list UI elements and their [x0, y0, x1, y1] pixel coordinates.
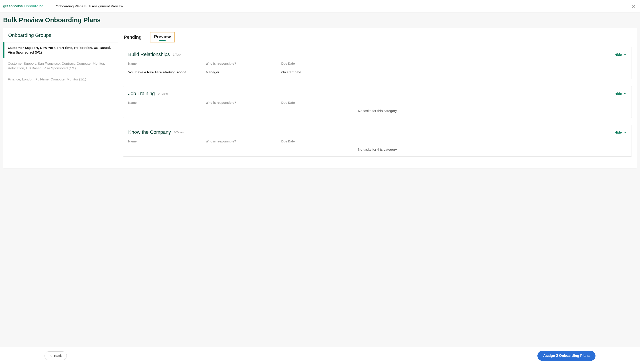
page-context-title: Onboarding Plans Bulk Assignment Preview: [56, 4, 123, 8]
main-panel: Onboarding Groups Customer Support, New …: [3, 28, 637, 168]
close-button[interactable]: [631, 4, 636, 9]
section-hide-toggle[interactable]: Hide: [614, 53, 627, 56]
logo-text-2: Onboarding: [24, 4, 43, 8]
section-title: Build Relationships: [128, 52, 170, 57]
task-name: You have a New Hire starting soon!: [128, 70, 201, 74]
hide-label: Hide: [614, 92, 622, 96]
col-who-header: Who is responsible?: [206, 140, 277, 143]
tab-pending[interactable]: Pending: [123, 33, 142, 42]
chevron-up-icon: [623, 53, 627, 56]
section-header: Know the Company 0 Tasks Hide: [123, 125, 631, 138]
col-who-header: Who is responsible?: [206, 62, 277, 65]
section-hide-toggle[interactable]: Hide: [614, 130, 627, 134]
close-icon: [631, 4, 636, 9]
section-task-count: 0 Tasks: [174, 131, 184, 134]
hide-label: Hide: [614, 53, 622, 56]
empty-message: No tasks for this category: [123, 146, 631, 156]
groups-heading: Onboarding Groups: [8, 32, 113, 38]
tab-preview-label: Preview: [154, 34, 171, 39]
group-item[interactable]: Finance, London, Full-time, Computer Mon…: [3, 74, 118, 85]
section-task-count: 0 Tasks: [158, 92, 168, 95]
section-know-the-company: Know the Company 0 Tasks Hide Name Who i…: [123, 125, 632, 157]
column-headers: Name Who is responsible? Due Date: [123, 138, 631, 146]
column-headers: Name Who is responsible? Due Date: [123, 100, 631, 107]
section-job-training: Job Training 0 Tasks Hide Name Who is re…: [123, 86, 632, 118]
section-header: Job Training 0 Tasks Hide: [123, 86, 631, 100]
task-who: Manager: [206, 70, 277, 74]
task-row: You have a New Hire starting soon! Manag…: [123, 68, 631, 79]
tab-pending-label: Pending: [124, 35, 141, 40]
section-title: Know the Company: [128, 129, 171, 135]
page-body: Bulk Preview Onboarding Plans Onboarding…: [0, 12, 640, 191]
col-name-header: Name: [128, 101, 201, 104]
preview-pane: Pending Preview Build Relationships 1 Ta…: [118, 28, 637, 168]
col-who-header: Who is responsible?: [206, 101, 277, 104]
app-logo: greenhouse Onboarding: [3, 4, 43, 8]
col-due-header: Due Date: [281, 140, 627, 143]
col-name-header: Name: [128, 62, 201, 65]
section-hide-toggle[interactable]: Hide: [614, 92, 627, 96]
groups-heading-wrap: Onboarding Groups: [3, 28, 118, 42]
section-title: Job Training: [128, 91, 155, 96]
chevron-up-icon: [623, 130, 627, 134]
col-due-header: Due Date: [281, 101, 627, 104]
tab-bar: Pending Preview: [123, 32, 632, 42]
section-build-relationships: Build Relationships 1 Task Hide Name Who…: [123, 47, 632, 79]
col-due-header: Due Date: [281, 62, 627, 65]
tab-active-underline: [159, 40, 166, 41]
group-list: Customer Support, New York, Part-time, R…: [3, 42, 118, 85]
group-item[interactable]: Customer Support, San Francisco, Contrac…: [3, 58, 118, 74]
groups-sidebar: Onboarding Groups Customer Support, New …: [3, 28, 118, 168]
chevron-up-icon: [623, 92, 627, 95]
section-task-count: 1 Task: [173, 53, 181, 56]
tab-preview[interactable]: Preview: [150, 32, 175, 42]
task-due: On start date: [281, 70, 627, 74]
group-item[interactable]: Customer Support, New York, Part-time, R…: [3, 42, 118, 58]
logo-text-1: greenhouse: [3, 4, 23, 8]
topbar-divider: [50, 3, 50, 9]
col-name-header: Name: [128, 140, 201, 143]
page-title: Bulk Preview Onboarding Plans: [3, 16, 637, 24]
section-header: Build Relationships 1 Task Hide: [123, 47, 631, 60]
empty-message: No tasks for this category: [123, 107, 631, 118]
column-headers: Name Who is responsible? Due Date: [123, 60, 631, 68]
topbar: greenhouse Onboarding Onboarding Plans B…: [0, 0, 640, 12]
hide-label: Hide: [614, 130, 622, 134]
